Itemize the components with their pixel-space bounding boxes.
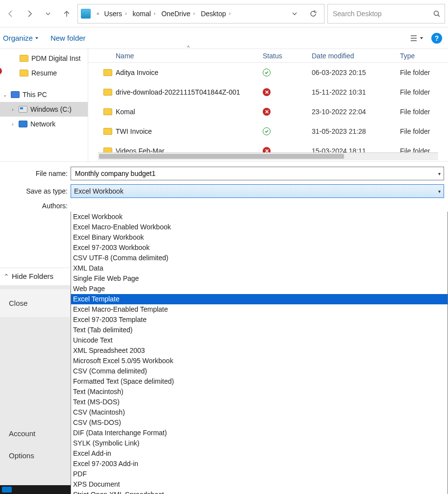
table-row[interactable]: Komal✕23-10-2022 22:04File folder [88, 102, 448, 122]
file-name-cell: Komal [116, 108, 263, 116]
file-type-option[interactable]: Excel 97-2003 Template [71, 315, 448, 325]
file-type-option[interactable]: Excel 97-2003 Workbook [71, 243, 448, 253]
new-folder-button[interactable]: New folder [50, 34, 86, 42]
file-type-option[interactable]: Excel Template [71, 294, 448, 304]
backstage-options-button[interactable]: Options [0, 445, 71, 467]
file-type-option[interactable]: XML Spreadsheet 2003 [71, 346, 448, 356]
hide-folders-label: Hide Folders [12, 272, 53, 280]
up-button[interactable] [59, 6, 75, 22]
file-type-option[interactable]: CSV (Comma delimited) [71, 366, 448, 376]
search-box[interactable] [327, 4, 445, 24]
sidebar-item-resume[interactable]: ✕ Resume [0, 66, 88, 80]
file-type-option[interactable]: Excel Binary Workbook [71, 232, 448, 243]
file-type-option[interactable]: Text (MS-DOS) [71, 397, 448, 407]
taskbar[interactable] [0, 485, 71, 494]
column-header-date[interactable]: Date modified [312, 52, 400, 60]
file-type-option[interactable]: Microsoft Excel 5.0/95 Workbook [71, 356, 448, 366]
file-date-cell: 15-03-2024 18:11 [312, 147, 400, 152]
folder-icon [103, 148, 112, 152]
help-button[interactable]: ? [431, 33, 442, 44]
sidebar-item-this-pc[interactable]: ⌄ This PC [0, 87, 88, 102]
search-input[interactable] [332, 9, 433, 18]
save-as-type-combo[interactable]: Excel Workbook ▾ [71, 184, 444, 198]
sidebar-item-pdm[interactable]: PDM Digital Inst [0, 51, 88, 66]
file-type-option[interactable]: Text (Tab delimited) [71, 325, 448, 335]
forward-button[interactable] [22, 6, 37, 22]
file-date-cell: 23-10-2022 22:04 [312, 108, 400, 116]
file-type-option[interactable]: PDF [71, 469, 448, 479]
file-type-option[interactable]: CSV (Macintosh) [71, 407, 448, 418]
file-type-option[interactable]: Web Page [71, 284, 448, 294]
expand-toggle-icon[interactable]: ⌄ [2, 92, 8, 98]
file-type-option[interactable]: Excel Macro-Enabled Workbook [71, 222, 448, 232]
horizontal-scrollbar[interactable] [98, 152, 438, 160]
backstage-account-button[interactable]: Account [0, 422, 71, 445]
file-name-input[interactable] [74, 169, 438, 178]
table-row[interactable]: TWI Invoice31-05-2023 21:28File folder [88, 122, 448, 141]
save-as-type-dropdown[interactable]: Excel WorkbookExcel Macro-Enabled Workbo… [71, 212, 448, 494]
taskbar-app-icon[interactable] [2, 487, 12, 493]
file-name-field[interactable]: ▾ [71, 167, 444, 180]
breadcrumb-komal[interactable]: komal › [131, 4, 158, 23]
chevron-right-icon[interactable]: › [123, 11, 128, 16]
file-type-option[interactable]: Strict Open XML Spreadsheet [71, 490, 448, 494]
file-type-option[interactable]: CSV UTF-8 (Comma delimited) [71, 253, 448, 263]
back-button[interactable] [3, 6, 19, 22]
table-row[interactable]: drive-download-20221115T041844Z-001✕15-1… [88, 82, 448, 102]
column-header-name[interactable]: ^ Name [116, 52, 263, 60]
caret-down-icon[interactable]: ▾ [438, 171, 441, 176]
chevron-right-icon[interactable]: › [227, 11, 232, 16]
file-type-cell: File folder [400, 108, 448, 116]
file-type-option[interactable]: Excel Add-in [71, 448, 448, 459]
column-label: Date modified [312, 52, 354, 60]
file-type-option[interactable]: Single File Web Page [71, 273, 448, 284]
file-type-option[interactable]: XPS Document [71, 479, 448, 490]
caret-down-icon [35, 36, 39, 40]
file-type-option[interactable]: SYLK (Symbolic Link) [71, 438, 448, 448]
file-type-option[interactable]: Excel Macro-Enabled Template [71, 304, 448, 315]
location-root-icon[interactable] [80, 4, 93, 23]
save-as-type-value: Excel Workbook [74, 187, 124, 195]
recent-dropdown-button[interactable] [40, 6, 56, 22]
sidebar-item-label: Resume [31, 69, 57, 77]
column-label: Name [116, 52, 134, 60]
file-name-cell: Aditya Invoice [116, 69, 263, 76]
file-type-option[interactable]: Text (Macintosh) [71, 387, 448, 397]
breadcrumb-users[interactable]: Users › [103, 4, 130, 23]
file-type-option[interactable]: CSV (MS-DOS) [71, 418, 448, 428]
address-bar[interactable]: « Users › komal › OneDrive › Desktop › [77, 4, 324, 24]
column-header-type[interactable]: Type [400, 52, 448, 60]
breadcrumb-desktop[interactable]: Desktop › [200, 4, 234, 23]
breadcrumb-onedrive[interactable]: OneDrive › [160, 4, 198, 23]
navigation-tree: PDM Digital Inst ✕ Resume ⌄ This PC › Wi… [0, 49, 88, 161]
table-row[interactable]: Aditya Invoice06-03-2023 20:15File folde… [88, 63, 448, 82]
backstage-close-button[interactable]: Close [0, 289, 70, 317]
file-type-option[interactable]: Excel 97-2003 Add-in [71, 459, 448, 469]
chevron-up-icon: ⌃ [4, 273, 9, 280]
file-type-option[interactable]: Excel Workbook [71, 212, 448, 222]
computer-icon [11, 91, 20, 98]
file-type-option[interactable]: Formatted Text (Space delimited) [71, 376, 448, 387]
sidebar-item-windows-c[interactable]: › Windows (C:) [0, 102, 88, 117]
file-type-option[interactable]: DIF (Data Interchange Format) [71, 428, 448, 438]
chevron-right-icon[interactable]: › [152, 11, 157, 16]
hide-folders-toggle[interactable]: ⌃ Hide Folders [0, 268, 71, 286]
view-options-button[interactable] [410, 34, 423, 42]
sidebar-item-network[interactable]: › Network [0, 117, 88, 131]
sync-ok-icon [263, 69, 271, 76]
search-icon[interactable] [433, 10, 441, 18]
breadcrumb-label: komal [132, 10, 150, 18]
chevron-right-icon[interactable]: › [191, 11, 197, 16]
refresh-button[interactable] [307, 8, 319, 20]
address-dropdown-button[interactable] [289, 8, 300, 20]
expand-toggle-icon[interactable]: › [10, 107, 16, 112]
breadcrumb-label: Users [104, 10, 123, 18]
file-type-option[interactable]: Unicode Text [71, 335, 448, 346]
column-header-status[interactable]: Status [263, 52, 312, 60]
table-row[interactable]: Videos Feb-Mar✕15-03-2024 18:11File fold… [88, 141, 448, 152]
file-name-label: File name: [4, 170, 71, 177]
expand-toggle-icon[interactable]: › [10, 122, 16, 127]
organize-button[interactable]: Organize [3, 34, 39, 42]
caret-down-icon[interactable]: ▾ [438, 189, 441, 194]
file-type-option[interactable]: XML Data [71, 263, 448, 273]
